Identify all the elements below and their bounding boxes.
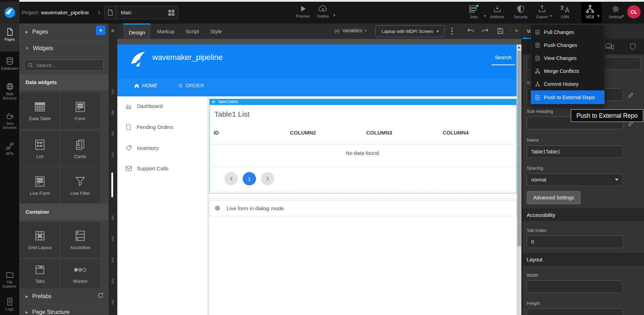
canvas-scrollbar-thumb[interactable] xyxy=(517,51,521,246)
menu-item-view-changes[interactable]: View Changes xyxy=(531,52,604,64)
table-column-header[interactable]: COLUMN4 xyxy=(439,130,515,136)
jobs-chevron-icon[interactable]: ▾ xyxy=(484,14,486,18)
data-table-widget[interactable]: Table1 List ID COLUMN2 COLUMN3 COLUMN4 N… xyxy=(209,105,517,193)
spacing-select[interactable]: normal xyxy=(527,173,623,186)
widgets-section-header[interactable]: ▼ Widgets xyxy=(19,40,109,56)
widget-tile-list[interactable]: List xyxy=(20,131,60,167)
app-nav-home[interactable]: HOME xyxy=(134,83,158,88)
widget-search-input[interactable] xyxy=(36,62,90,68)
sidebar-item-logs[interactable]: Logs xyxy=(0,297,19,311)
settings-button[interactable]: Settings xyxy=(609,5,623,19)
widget-tile-form[interactable]: Form xyxy=(61,93,100,129)
layout-section-header[interactable]: Layout xyxy=(522,253,644,266)
refresh-icon[interactable] xyxy=(97,292,104,299)
widget-search[interactable] xyxy=(24,60,104,71)
pagination-prev-button[interactable] xyxy=(224,172,238,185)
tab-script[interactable]: Script xyxy=(181,23,204,39)
pages-section-header[interactable]: ▶ Pages xyxy=(19,23,109,40)
widget-tile-data-table[interactable]: Data Table xyxy=(20,93,60,129)
i18n-button[interactable]: I18N xyxy=(560,5,570,19)
menu-item-commit-history[interactable]: Commit History xyxy=(531,77,604,90)
export-chevron-icon[interactable]: ▾ xyxy=(550,14,552,18)
bind-link-icon[interactable] xyxy=(627,92,634,99)
widget-tile-wizard[interactable]: Wizard xyxy=(61,259,100,288)
undo-icon[interactable] xyxy=(467,27,475,35)
app-search-underline xyxy=(491,64,515,65)
artifacts-button[interactable]: Artifacts xyxy=(490,5,504,19)
page-structure-section-header[interactable]: ▶ Page Structure xyxy=(19,305,109,315)
expanded-caret-icon: ▼ xyxy=(26,47,29,50)
table-title: Table1 List xyxy=(214,110,249,118)
app-sidenav-dashboard[interactable]: Dashboard xyxy=(125,103,162,109)
app-nav-order[interactable]: ORDER xyxy=(178,83,204,88)
table-column-header[interactable]: COLUMN2 xyxy=(286,130,362,136)
sidebar-item-apis[interactable]: APIs xyxy=(0,142,19,156)
pages-grid-icon[interactable] xyxy=(168,10,174,16)
name-field-input[interactable] xyxy=(527,145,623,158)
more-options-kebab-icon[interactable]: ••• xyxy=(451,27,453,35)
sidebar-item-databases[interactable]: Databases xyxy=(0,57,19,70)
canvas-scrollbar[interactable] xyxy=(517,44,521,315)
device-selector[interactable]: Laptop with MDPI Screen ▾ xyxy=(375,25,445,37)
tab-style[interactable]: Style xyxy=(205,23,227,39)
tab-index-field-input[interactable] xyxy=(527,235,623,248)
shield-toggle-icon[interactable] xyxy=(630,43,636,50)
width-field-input[interactable] xyxy=(527,280,623,293)
vcs-chevron-icon[interactable]: ▾ xyxy=(597,14,600,18)
menu-item-push-to-external-repo[interactable]: Push to External Repo xyxy=(531,90,604,104)
app-sidenav-inventory[interactable]: Inventory xyxy=(125,145,159,151)
pagination-page-1[interactable]: 1 xyxy=(243,172,256,185)
sidebar-item-pages[interactable]: Pages xyxy=(0,28,19,41)
jobs-button[interactable]: Jobs xyxy=(469,5,479,19)
widget-tile-tabs[interactable]: Tabs xyxy=(20,259,60,288)
deploy-chevron-icon[interactable]: ▾ xyxy=(333,13,335,18)
widget-tile-accordion[interactable]: Accordion xyxy=(61,222,100,258)
export-button[interactable]: Export xyxy=(536,5,548,19)
gutter-scroll-thumb[interactable] xyxy=(111,172,113,197)
save-icon[interactable] xyxy=(496,27,504,35)
layout-header-label: Layout xyxy=(527,256,542,262)
app-search-link[interactable]: Search xyxy=(495,54,512,60)
table-column-header[interactable]: COLUMN3 xyxy=(362,130,439,136)
settings-chevron-icon[interactable]: ▾ xyxy=(622,14,624,18)
security-button[interactable]: Security xyxy=(514,5,528,19)
widget-tile-cards[interactable]: Cards xyxy=(61,131,100,167)
menu-item-pull-changes[interactable]: Pull Changes xyxy=(531,26,604,39)
sidebar-item-file-explorer[interactable]: File Explorer xyxy=(0,271,19,288)
scrollbar-up-arrow-icon[interactable] xyxy=(518,46,520,48)
live-form-widget[interactable]: Live form in dialog mode xyxy=(209,200,517,216)
advanced-settings-button[interactable]: Advanced Settings xyxy=(527,191,581,204)
deploy-button[interactable]: Deploy xyxy=(317,5,329,18)
move-handle-icon[interactable] xyxy=(212,100,215,104)
redo-icon[interactable] xyxy=(481,27,489,35)
app-sidenav-support-calls[interactable]: Support Calls xyxy=(125,165,168,171)
widget-tile-live-filter[interactable]: Live Filter xyxy=(61,167,100,204)
ruler-mark: 500 xyxy=(111,255,115,265)
sidebar-item-java-services[interactable]: Java Services xyxy=(0,112,19,130)
collapse-left-panel-icon[interactable]: « xyxy=(109,26,117,35)
menu-item-merge-conflicts[interactable]: Merge Conflicts xyxy=(531,64,604,77)
user-avatar[interactable]: CL xyxy=(627,5,640,19)
vcs-button[interactable]: VCS xyxy=(586,5,595,19)
menu-item-push-changes[interactable]: Push Changes xyxy=(531,39,604,52)
widget-selection-bar[interactable]: Table1Table1 xyxy=(209,99,517,105)
devices-icon[interactable] xyxy=(605,43,614,50)
prefabs-section-header[interactable]: ▶ Prefabs xyxy=(19,288,109,304)
app-sidenav-pending-orders[interactable]: Pending Orders xyxy=(125,124,173,130)
height-field-input[interactable] xyxy=(527,308,623,315)
variables-button[interactable]: {x} Variables ▾ xyxy=(334,28,367,33)
widget-tile-grid-layout[interactable]: Grid Layout xyxy=(20,222,60,258)
tab-design[interactable]: Design xyxy=(123,23,151,40)
page-tab-main[interactable]: Main xyxy=(104,6,178,19)
table-column-header[interactable]: ID xyxy=(210,130,286,136)
accessibility-section-header[interactable]: Accessibility xyxy=(522,208,644,221)
add-page-button[interactable]: + xyxy=(96,26,105,35)
preview-button[interactable]: Preview xyxy=(296,5,310,18)
pagination-next-button[interactable] xyxy=(261,172,274,185)
sidebar-item-web-services[interactable]: Web Services xyxy=(0,82,19,100)
widget-tile-live-form[interactable]: Live Form xyxy=(20,167,60,204)
wavemaker-logo[interactable] xyxy=(0,2,19,23)
expand-right-panel-icon[interactable]: » xyxy=(515,27,518,34)
app-header: wavemaker_pipeline Search HOME ORDER xyxy=(117,44,517,96)
tab-markup[interactable]: Markup xyxy=(152,23,180,39)
